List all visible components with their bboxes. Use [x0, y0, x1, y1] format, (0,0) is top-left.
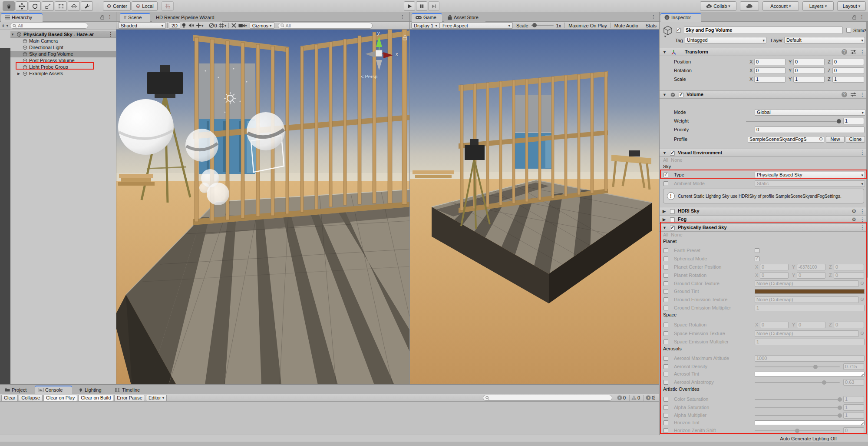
display-dropdown[interactable]: Display 1▾ [411, 22, 440, 29]
static-checkbox[interactable] [846, 28, 851, 33]
maximize-on-play-button[interactable]: Maximize On Play [568, 23, 607, 28]
layer-dropdown[interactable]: Default [784, 37, 865, 43]
layout-button[interactable]: Layout▾ [837, 1, 866, 11]
foldout-closed-icon[interactable]: ▶ [17, 70, 21, 77]
rotation-x-field[interactable]: 0 [754, 67, 785, 74]
scene-tools-button[interactable] [231, 23, 237, 28]
game-viewport[interactable] [410, 30, 660, 385]
volume-component-header[interactable]: ▼ Volume ?⋮ [660, 90, 868, 99]
priority-field[interactable]: 0 [755, 126, 865, 133]
auto-generate-lighting-status[interactable]: Auto Generate Lighting Off [780, 436, 837, 441]
tab-hd-render-pipeline-wizard[interactable]: HD Render Pipeline Wizard [152, 13, 222, 22]
scene-orientation-gizmo[interactable]: y x < Persp [358, 32, 400, 83]
component-menu-icon[interactable]: ⋮ [860, 217, 865, 222]
foldout-closed-icon[interactable]: ▶ [663, 217, 666, 222]
orientation-mode-button[interactable]: Local [132, 1, 158, 11]
game-menu-icon[interactable]: ⋮ [651, 14, 656, 20]
override-checkbox[interactable] [663, 323, 668, 327]
override-checkbox[interactable] [663, 364, 668, 369]
lock-icon[interactable] [852, 15, 857, 20]
viewport-lock-icon[interactable] [402, 35, 408, 40]
component-enabled-checkbox[interactable] [679, 93, 683, 97]
gizmos-dropdown[interactable]: Gizmos▾ [250, 22, 274, 29]
earth-preset-checkbox[interactable] [755, 248, 759, 253]
ground-emission-multiplier-field[interactable]: 1 [755, 305, 865, 311]
ground-color-texture-field[interactable]: None (Cubemap) [755, 280, 859, 287]
info-count-badge[interactable]: ! 0 [615, 395, 627, 401]
space-emission-texture-field[interactable]: None (Cubemap) [755, 330, 859, 337]
aerosol-anisotropy-slider[interactable] [755, 382, 840, 383]
foldout-open-icon[interactable]: ▼ [10, 31, 15, 38]
color-saturation-field[interactable]: 1 [843, 396, 864, 403]
object-picker-icon[interactable]: ⊙ [819, 136, 823, 142]
space-emission-multiplier-field[interactable]: 1 [755, 339, 865, 345]
gear-icon[interactable]: ⚙ [851, 216, 856, 223]
component-menu-icon[interactable]: ⋮ [860, 209, 865, 214]
physically-based-sky-header[interactable]: ▼ Physically Based Sky ⋮ [660, 223, 868, 232]
sky-type-dropdown[interactable]: Physically Based Sky [755, 172, 865, 178]
stats-button[interactable]: Stats [646, 23, 657, 28]
override-enabled-checkbox[interactable] [670, 217, 675, 222]
rotate-tool-button[interactable] [29, 1, 41, 11]
horizon-zenith-shift-field[interactable]: 0 [843, 427, 864, 434]
tab-project[interactable]: Project [1, 386, 33, 394]
alpha-saturation-slider[interactable] [755, 407, 840, 408]
object-picker-icon[interactable]: ⊙ [860, 330, 864, 336]
editor-dropdown[interactable]: Editor▾ [146, 395, 167, 401]
scene-search[interactable]: All [278, 23, 373, 29]
axis-y-label[interactable]: y [377, 30, 380, 36]
inspector-scrollbar[interactable] [866, 22, 868, 435]
scene-camera-dropdown[interactable]: ▾ [238, 23, 247, 28]
tab-game[interactable]: Game [412, 13, 442, 22]
alpha-multiplier-field[interactable]: 1 [843, 412, 864, 419]
foldout-open-icon[interactable]: ▼ [663, 93, 667, 97]
pause-button[interactable] [416, 1, 427, 11]
hierarchy-item-sky-fog-volume[interactable]: Sky and Fog Volume [10, 51, 116, 57]
grid-snap-button[interactable] [162, 1, 174, 11]
scene-row[interactable]: ▼ Physically Based Sky - Haze-ar ⋮ [10, 31, 116, 38]
scene-audio-toggle[interactable] [188, 23, 194, 28]
alpha-saturation-field[interactable]: 1 [843, 404, 864, 411]
hierarchy-item-directional-light[interactable]: Directional Light [10, 44, 116, 51]
planet-rotation-x-field[interactable]: 0 [760, 272, 789, 279]
override-checkbox[interactable] [663, 297, 668, 302]
ambient-mode-dropdown[interactable]: Static [755, 180, 865, 187]
ground-tint-swatch[interactable] [755, 289, 865, 294]
override-checkbox[interactable] [663, 420, 668, 425]
weight-slider[interactable] [746, 121, 839, 122]
horizon-zenith-shift-slider[interactable] [755, 430, 840, 431]
tab-timeline[interactable]: Timeline [111, 386, 149, 394]
layers-button[interactable]: Layers▾ [802, 1, 834, 11]
scale-tool-button[interactable] [42, 1, 54, 11]
tab-console[interactable]: Console [35, 386, 72, 394]
planet-rotation-z-field[interactable]: 0 [834, 272, 864, 279]
rotation-z-field[interactable]: 0 [832, 67, 864, 74]
component-menu-icon[interactable]: ⋮ [860, 50, 865, 55]
ground-emission-texture-field[interactable]: None (Cubemap) [755, 296, 859, 303]
spherical-mode-checkbox[interactable] [755, 256, 759, 261]
scene-grid-dropdown[interactable]: ▾ [219, 23, 227, 28]
aerosol-anisotropy-field[interactable]: 0.63 [843, 379, 864, 386]
position-y-field[interactable]: 0 [793, 59, 825, 65]
tag-dropdown[interactable]: Untagged [685, 37, 766, 43]
scene-effects-dropdown[interactable]: ▾ [196, 23, 204, 28]
profile-clone-button[interactable]: Clone [846, 136, 865, 143]
override-checkbox[interactable] [663, 173, 668, 177]
visual-environment-header[interactable]: ▼ Visual Environment ⋮ [660, 149, 868, 157]
fog-header[interactable]: ▶ Fog ⚙⋮ [660, 215, 868, 223]
override-checkbox[interactable] [663, 181, 668, 186]
console-menu-icon[interactable]: ⋮ [652, 395, 657, 400]
component-menu-icon[interactable]: ⋮ [860, 92, 865, 97]
hierarchy-item-light-probe-group[interactable]: Light Probe Group [10, 64, 116, 70]
help-icon[interactable]: ? [842, 49, 847, 55]
override-enabled-checkbox[interactable] [670, 226, 675, 230]
perspective-label[interactable]: < Persp [361, 74, 377, 79]
mode-dropdown[interactable]: Global [755, 109, 865, 116]
move-tool-button[interactable] [16, 1, 28, 11]
tab-scene[interactable]: # Scene [120, 13, 150, 22]
rect-tool-button[interactable] [55, 1, 67, 11]
space-rotation-z-field[interactable]: 0 [834, 322, 864, 328]
create-arrow-icon[interactable]: ▾ [6, 23, 8, 28]
scene-visibility-toggle[interactable]: 0 [208, 23, 217, 28]
console-log-area[interactable] [0, 402, 659, 435]
